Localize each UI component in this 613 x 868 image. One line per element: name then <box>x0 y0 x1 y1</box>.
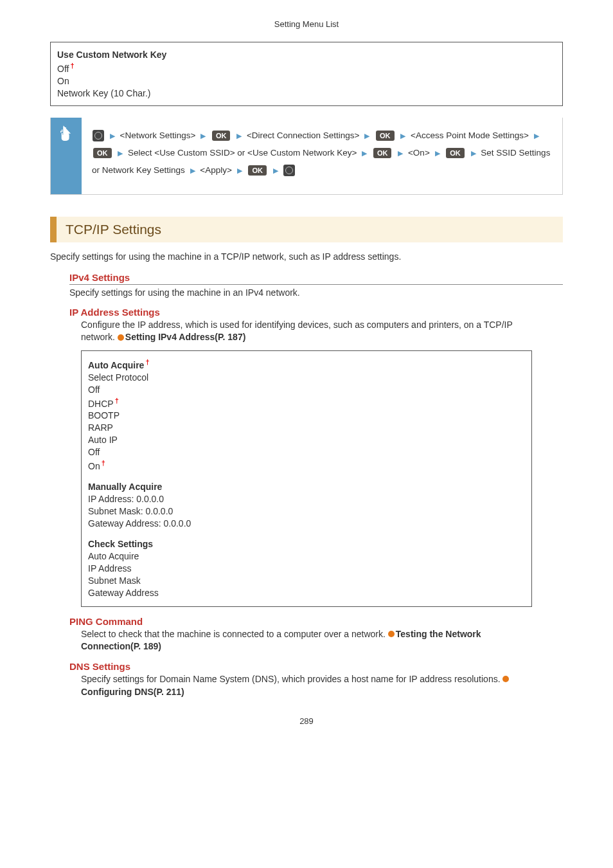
ipv4-desc: Specify settings for using the machine i… <box>69 287 563 298</box>
arrow-icon: ▶ <box>236 129 242 143</box>
check-ip: IP Address <box>88 563 525 574</box>
link-icon <box>120 335 124 340</box>
arrow-icon: ▶ <box>362 146 367 160</box>
section-heading-tcpip: TCP/IP Settings <box>50 217 563 242</box>
link-icon <box>390 631 395 637</box>
arrow-icon: ▶ <box>534 129 539 143</box>
man-gateway: Gateway Address: 0.0.0.0 <box>88 518 525 529</box>
arrow-icon: ▶ <box>398 146 403 160</box>
subheading-dns: DNS Settings <box>69 661 563 672</box>
select-protocol: Select Protocol <box>88 372 525 383</box>
arrow-icon: ▶ <box>400 129 405 143</box>
ping-desc-text: Select to check that the machine is conn… <box>81 629 388 639</box>
arrow-icon: ▶ <box>435 146 440 160</box>
proto-dhcp: DHCP† <box>88 397 525 409</box>
ip-address-desc: Configure the IP address, which is used … <box>81 319 532 344</box>
arrow-icon: ▶ <box>110 129 115 143</box>
arrow-icon: ▶ <box>364 129 369 143</box>
step-text: <On> <box>408 148 430 158</box>
subheading-ipv4: IPv4 Settings <box>69 272 563 285</box>
step-text: <Access Point Mode Settings> <box>411 131 529 140</box>
home-key-icon <box>93 130 104 141</box>
ok-key-icon: OK <box>373 148 392 158</box>
pointer-icon <box>59 125 73 142</box>
check-settings-title: Check Settings <box>88 539 525 549</box>
auto-ip: Auto IP <box>88 435 525 445</box>
dagger-icon: † <box>115 397 119 404</box>
section-desc: Specify settings for using the machine i… <box>50 251 563 262</box>
steps-callout: ▶ <Network Settings> ▶ OK ▶ <Direct Conn… <box>50 118 563 195</box>
page-number: 289 <box>50 716 563 726</box>
ok-key-icon: OK <box>446 148 465 158</box>
arrow-icon: ▶ <box>118 146 123 160</box>
man-subnet: Subnet Mask: 0.0.0.0 <box>88 506 525 516</box>
dagger-icon: † <box>102 459 105 467</box>
proto-off: Off <box>88 384 525 395</box>
proto-rarp: RARP <box>88 422 525 433</box>
option-network-key: Network Key (10 Char.) <box>57 88 556 98</box>
ok-key-icon: OK <box>248 165 267 176</box>
dns-desc: Specify settings for Domain Name System … <box>81 673 532 698</box>
proto-bootp: BOOTP <box>88 410 525 420</box>
dagger-icon: † <box>145 358 149 366</box>
check-gateway: Gateway Address <box>88 588 525 598</box>
ip-settings-box: Auto Acquire† Select Protocol Off DHCP† … <box>81 350 532 607</box>
arrow-icon: ▶ <box>200 129 206 143</box>
man-ip: IP Address: 0.0.0.0 <box>88 494 525 504</box>
subheading-ping: PING Command <box>69 616 563 627</box>
arrow-icon: ▶ <box>273 163 278 177</box>
check-subnet: Subnet Mask <box>88 575 525 586</box>
arrow-icon: ▶ <box>471 146 476 160</box>
ping-desc: Select to check that the machine is conn… <box>81 628 532 653</box>
link-icon <box>504 676 509 682</box>
custom-network-key-box: Use Custom Network Key Off† On Network K… <box>50 42 563 106</box>
ok-key-icon: OK <box>212 131 231 141</box>
box-title: Use Custom Network Key <box>57 50 556 60</box>
dns-link[interactable]: Configuring DNS(P. 211) <box>81 687 184 697</box>
check-auto: Auto Acquire <box>88 551 525 561</box>
step-text: <Network Settings> <box>120 131 196 140</box>
autoip-off: Off <box>88 447 525 457</box>
ok-key-icon: OK <box>376 131 395 141</box>
autoip-on: On† <box>88 459 525 471</box>
step-text: Select <Use Custom SSID> or <Use Custom … <box>128 148 357 158</box>
subheading-ip-address: IP Address Settings <box>69 307 563 318</box>
step-text: <Direct Connection Settings> <box>247 131 360 140</box>
manually-acquire-title: Manually Acquire <box>88 482 525 492</box>
arrow-icon: ▶ <box>190 163 195 177</box>
page-header: Setting Menu List <box>50 19 563 29</box>
dagger-icon: † <box>70 62 74 69</box>
step-text: <Apply> <box>200 165 232 175</box>
auto-acquire-title: Auto Acquire† <box>88 358 525 370</box>
ok-key-icon: OK <box>93 148 112 158</box>
ip-address-link[interactable]: Setting IPv4 Address(P. 187) <box>125 332 246 342</box>
option-on: On <box>57 76 556 86</box>
dns-desc-text: Specify settings for Domain Name System … <box>81 674 502 684</box>
home-key-icon <box>283 165 295 176</box>
option-off: Off† <box>57 62 556 74</box>
steps-icon-col <box>51 118 82 194</box>
arrow-icon: ▶ <box>237 163 242 177</box>
steps-body: ▶ <Network Settings> ▶ OK ▶ <Direct Conn… <box>82 118 562 194</box>
